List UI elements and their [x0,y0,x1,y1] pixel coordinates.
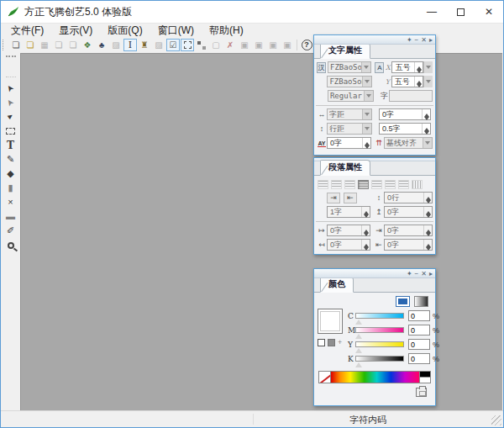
check-icon[interactable]: ☑ [166,39,180,51]
baseline-align-dropdown[interactable]: 基线对齐 [384,137,433,149]
line-spacing-field[interactable]: 0.5字 [379,123,431,135]
cjk-font-badge[interactable]: 汉 [317,62,326,73]
first-line-indent-button[interactable]: ⇥ [327,193,340,203]
disabled-icon-1[interactable]: ▨ [109,39,123,51]
stamp-icon[interactable]: ♜ [138,39,151,51]
magenta-slider[interactable] [355,327,404,333]
ink-tool-icon[interactable]: ◆ [3,166,18,181]
gradient-button[interactable] [414,296,428,307]
justify-last-left-icon[interactable] [371,180,382,189]
spinner-icon[interactable] [423,240,432,250]
vertical-align-icon[interactable] [412,180,423,189]
black-slider[interactable] [355,356,404,362]
y-size-dropdown-icon[interactable] [423,76,433,87]
glyph-scale-field[interactable] [389,90,433,102]
dropdown-arrow-icon[interactable] [362,77,371,87]
spinner-icon[interactable] [423,225,432,235]
text-tool-icon[interactable]: T [3,138,18,152]
marquee-icon[interactable] [181,39,194,51]
collapse-icon[interactable]: − [415,269,419,278]
disabled-icon-3[interactable]: ▢ [209,39,223,51]
pin-icon[interactable]: ✦ [407,35,412,45]
space-before-field[interactable]: 0字 [384,225,433,236]
pen-tool-icon[interactable]: ✎ [3,152,18,166]
spinner-icon[interactable] [361,207,370,217]
x-size-field[interactable]: 五号 [391,61,423,73]
char-spacing-field[interactable]: 0字 [379,108,431,120]
spinner-icon[interactable] [423,193,432,203]
maximize-button[interactable] [446,1,475,23]
select-tool-icon[interactable]: ➤ [3,81,18,95]
right-indent-field[interactable]: 0字 [327,239,370,251]
minimize-button[interactable]: — [417,1,446,23]
disabled-icon-2[interactable]: ▨ [152,39,165,51]
collapse-icon[interactable]: − [415,35,419,45]
tab-paragraph-properties[interactable]: 段落属性 [320,160,370,176]
dropdown-arrow-icon[interactable] [362,124,371,134]
crosshair-icon[interactable]: + [338,338,342,346]
close-button[interactable]: ✕ [475,1,503,23]
dropdown-arrow-icon[interactable] [362,109,371,119]
fill-color-button[interactable] [396,296,410,307]
ink-paw-icon[interactable]: ♣ [95,39,108,51]
spinner-icon[interactable] [422,109,430,119]
frame-tool-icon[interactable] [3,124,18,138]
direct-select-tool-icon[interactable]: ➤ [3,95,18,109]
menu-view[interactable]: 显示(V) [51,23,100,39]
menu-help[interactable]: 帮助(H) [202,23,251,39]
panel-titlebar[interactable]: ✦ − ✕ ▸ [314,269,435,278]
cjk-font-dropdown[interactable]: FZBaoSong-Z [328,61,371,73]
line-space-field[interactable]: 0行 [384,192,433,203]
justify-last-center-icon[interactable] [385,180,396,189]
cut-tool-icon[interactable]: × [3,195,18,209]
line-spacing-dropdown[interactable]: 行距 [327,123,372,135]
panel-close-icon[interactable]: ✕ [421,269,427,278]
menu-file[interactable]: 文件(F) [3,23,51,39]
none-color-swatch[interactable] [319,372,331,383]
menu-window[interactable]: 窗口(W) [150,23,202,39]
expand-icon[interactable]: ▸ [429,269,433,278]
panel-titlebar[interactable]: ✦ − ✕ ▸ [314,35,435,45]
help-icon[interactable]: ? [300,39,313,51]
save-swatch-icon[interactable] [416,388,427,397]
dropdown-arrow-icon[interactable] [423,138,432,148]
first-indent-field[interactable]: 1字 [327,206,370,218]
resize-grip[interactable] [491,415,501,425]
rainbow-spectrum[interactable] [331,372,419,383]
open-folder-icon[interactable]: ❏ [24,39,37,51]
panel-close-icon[interactable]: ✕ [421,35,427,45]
yellow-value-input[interactable] [408,339,430,350]
flag-tool-icon[interactable]: ► [3,109,18,124]
toolbar-drag-handle[interactable] [3,40,6,50]
block-tool-icon[interactable]: ▬ [3,209,18,224]
black-value-input[interactable] [408,353,430,364]
paste-icon[interactable]: ❖ [81,39,94,51]
delete-icon[interactable]: ✗ [223,39,237,51]
cyan-slider[interactable] [355,313,404,319]
y-size-field[interactable]: 五号 [391,76,423,87]
char-spacing-dropdown[interactable]: 字距 [327,108,372,120]
justify-last-right-icon[interactable] [398,180,409,189]
hanging-indent-button[interactable]: ⇤ [344,193,357,203]
baseline-shift-field[interactable]: 0字 [327,137,371,149]
align-right-icon[interactable] [344,180,355,189]
spinner-icon[interactable] [414,62,423,72]
slider-handle-icon[interactable] [355,320,362,325]
spinner-icon[interactable] [423,207,432,217]
latin-font-badge[interactable]: A [375,62,384,73]
document-icon-1[interactable]: ❏ [52,39,66,51]
frame-icon-3[interactable]: ▣ [266,39,280,51]
text-cursor-icon[interactable]: I [123,39,137,51]
node-link-icon[interactable] [195,39,208,51]
frame-icon-4[interactable]: ▣ [281,39,294,51]
menu-layout[interactable]: 版面(Q) [100,23,150,39]
slider-handle-icon[interactable] [355,348,362,353]
brush-tool-icon[interactable]: ✐ [3,224,18,238]
latin-font-dropdown[interactable]: FZBaoSong [327,76,371,87]
frame-icon-2[interactable]: ▣ [252,39,265,51]
white-swatch[interactable] [420,377,430,383]
yellow-slider[interactable] [355,341,404,347]
document-icon-2[interactable]: ❏ [66,39,80,51]
spinner-icon[interactable] [361,225,370,235]
dropdown-arrow-icon[interactable] [361,62,370,72]
